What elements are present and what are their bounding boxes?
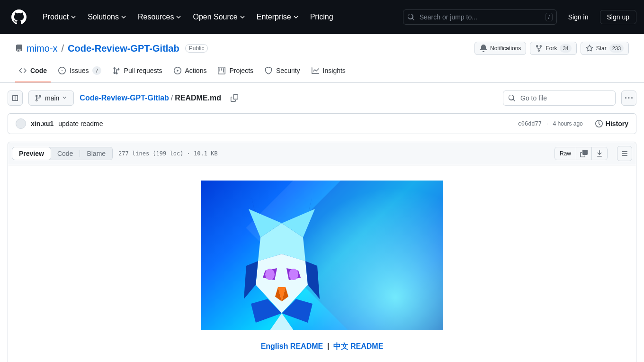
toggle-file-tree-button[interactable] — [8, 90, 23, 106]
chevron-down-icon — [62, 95, 68, 101]
search-icon — [508, 94, 516, 102]
file-toolbar: Preview Code Blame 277 lines (199 loc) ·… — [8, 142, 636, 165]
tab-actions[interactable]: Actions — [170, 63, 211, 82]
nav-pricing[interactable]: Pricing — [305, 9, 338, 25]
github-logo[interactable] — [11, 9, 27, 25]
breadcrumb: Code-Review-GPT-Gitlab / README.md — [80, 94, 221, 102]
banner-image — [201, 181, 443, 330]
search-shortcut-hint: / — [546, 13, 553, 21]
issue-icon — [58, 67, 66, 74]
file-stats: 277 lines (199 loc) · 10.1 KB — [118, 150, 218, 157]
shield-icon — [265, 67, 272, 74]
star-button[interactable]: Star 233 — [581, 42, 629, 55]
history-link[interactable]: History — [595, 120, 628, 127]
commit-message[interactable]: update readme — [58, 120, 103, 127]
repo-header: mimo-x / Code-Review-GPT-Gitlab Public N… — [0, 34, 644, 83]
svg-point-9 — [265, 269, 275, 280]
branch-select-button[interactable]: main — [28, 90, 74, 106]
copy-path-button[interactable] — [227, 90, 242, 106]
issues-count: 7 — [92, 66, 101, 75]
sign-in-link[interactable]: Sign in — [563, 9, 594, 25]
repo-name-link[interactable]: Code-Review-GPT-Gitlab — [68, 43, 179, 54]
graph-icon — [312, 67, 319, 74]
sidebar-collapse-icon — [11, 94, 19, 102]
go-to-file[interactable] — [503, 90, 616, 106]
nav-open-source[interactable]: Open Source — [188, 9, 250, 25]
copy-icon — [231, 94, 238, 102]
raw-button[interactable]: Raw — [555, 147, 576, 160]
readme-lang-links: English README | 中文 README — [23, 342, 621, 352]
repo-icon — [15, 45, 23, 52]
copy-raw-button[interactable] — [576, 147, 592, 160]
star-count: 233 — [609, 44, 624, 53]
latest-commit-bar: xin.xu1 update readme c06dd77 · 4 hours … — [8, 113, 636, 134]
git-pull-request-icon — [113, 67, 120, 74]
download-raw-button[interactable] — [592, 147, 607, 160]
chevron-down-icon — [176, 14, 181, 20]
tab-preview[interactable]: Preview — [12, 147, 51, 160]
view-mode-segment: Preview Code Blame — [12, 147, 113, 160]
nav-enterprise[interactable]: Enterprise — [252, 9, 304, 25]
tab-issues[interactable]: Issues7 — [54, 63, 105, 82]
tab-code[interactable]: Code — [15, 63, 51, 82]
sign-up-button[interactable]: Sign up — [600, 10, 636, 24]
nav-resources[interactable]: Resources — [133, 9, 186, 25]
tab-insights[interactable]: Insights — [308, 63, 349, 82]
star-icon — [586, 45, 593, 52]
breadcrumb-root[interactable]: Code-Review-GPT-Gitlab — [80, 94, 169, 102]
svg-marker-6 — [305, 261, 320, 299]
global-header: Product Solutions Resources Open Source … — [0, 0, 644, 34]
kebab-icon — [625, 94, 633, 102]
project-icon — [218, 67, 225, 74]
chevron-down-icon — [293, 14, 299, 20]
more-options-button[interactable] — [621, 90, 636, 106]
bell-icon — [480, 45, 487, 52]
chevron-down-icon — [240, 14, 245, 20]
go-to-file-input[interactable] — [519, 94, 610, 102]
outline-button[interactable] — [617, 146, 632, 161]
tab-code-view[interactable]: Code — [51, 147, 80, 160]
nav-product[interactable]: Product — [38, 9, 81, 25]
global-search-input[interactable] — [419, 13, 542, 21]
file-box: Preview Code Blame 277 lines (199 loc) ·… — [8, 142, 636, 362]
path-separator: / — [62, 43, 64, 54]
visibility-badge: Public — [185, 44, 208, 53]
code-icon — [19, 67, 27, 74]
svg-marker-5 — [244, 261, 258, 299]
play-icon — [174, 67, 181, 74]
search-icon — [407, 13, 415, 21]
fork-count: 34 — [560, 44, 571, 53]
file-area: main Code-Review-GPT-Gitlab / README.md … — [0, 83, 644, 362]
nav-solutions[interactable]: Solutions — [83, 9, 131, 25]
global-search[interactable]: / — [403, 9, 557, 25]
avatar[interactable] — [16, 118, 26, 129]
repo-tabs: Code Issues7 Pull requests Actions Proje… — [15, 63, 629, 82]
git-fork-icon — [535, 45, 543, 52]
global-nav: Product Solutions Resources Open Source … — [38, 9, 338, 25]
repo-owner-link[interactable]: mimo-x — [27, 43, 58, 54]
tab-security[interactable]: Security — [261, 63, 304, 82]
notifications-button[interactable]: Notifications — [474, 42, 526, 55]
tab-pull-requests[interactable]: Pull requests — [109, 63, 166, 82]
commit-sha[interactable]: c06dd77 — [518, 120, 542, 127]
tab-projects[interactable]: Projects — [214, 63, 257, 82]
download-icon — [596, 150, 603, 157]
commit-time: 4 hours ago — [553, 120, 582, 127]
chinese-readme-link[interactable]: 中文 README — [333, 342, 384, 350]
copy-icon — [580, 150, 588, 157]
chevron-down-icon — [71, 14, 76, 20]
chevron-down-icon — [121, 14, 126, 20]
history-icon — [595, 120, 603, 127]
tab-blame[interactable]: Blame — [80, 147, 112, 160]
svg-point-10 — [289, 269, 298, 280]
git-branch-icon — [35, 94, 42, 102]
breadcrumb-file: README.md — [175, 94, 221, 102]
readme-preview: English README | 中文 README — [8, 165, 636, 362]
list-icon — [621, 150, 628, 157]
english-readme-link[interactable]: English README — [261, 342, 323, 350]
fork-button[interactable]: Fork 34 — [530, 42, 576, 55]
commit-author[interactable]: xin.xu1 — [31, 120, 54, 127]
